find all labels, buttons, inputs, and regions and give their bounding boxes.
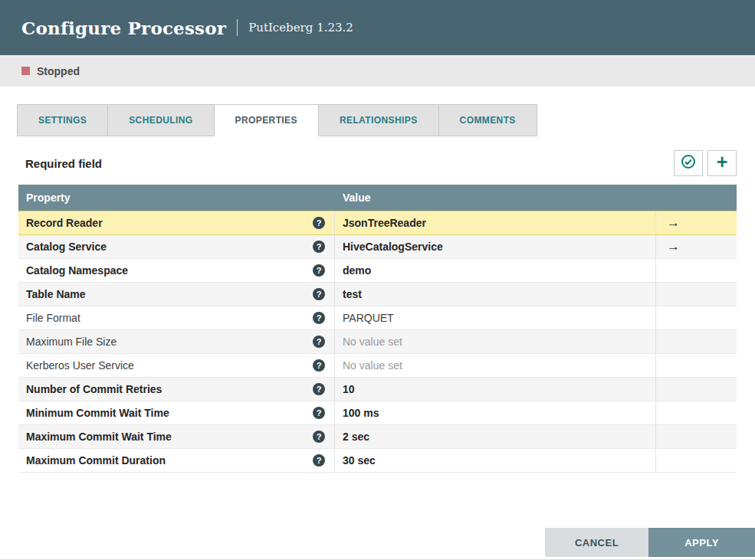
cancel-button[interactable]: CANCEL [545, 528, 648, 557]
table-row[interactable]: Catalog Service? HiveCatalogService → [18, 235, 737, 259]
verify-properties-button[interactable] [674, 150, 703, 176]
tab-settings[interactable]: SETTINGS [17, 104, 108, 136]
tab-comments-label: COMMENTS [460, 115, 516, 126]
status-label: Stopped [37, 65, 80, 77]
property-name: Catalog Service [26, 241, 107, 253]
apply-button[interactable]: APPLY [648, 528, 755, 557]
tab-properties-label: PROPERTIES [235, 115, 297, 126]
property-value: 30 sec [343, 454, 376, 467]
dialog-title: Configure Processor [21, 18, 226, 38]
table-row[interactable]: Minimum Commit Wait Time? 100 ms [18, 401, 737, 425]
help-icon[interactable]: ? [313, 336, 325, 348]
property-value: 10 [343, 383, 355, 395]
property-value: HiveCatalogService [343, 241, 443, 253]
plus-icon: + [717, 152, 728, 172]
column-header-value: Value [335, 185, 656, 211]
help-icon[interactable]: ? [313, 383, 325, 395]
status-bar: Stopped [0, 55, 755, 87]
property-value-cell[interactable]: PARQUET [335, 306, 656, 329]
help-icon[interactable]: ? [313, 431, 325, 443]
table-row[interactable]: Table Name? test [18, 283, 737, 306]
property-name: File Format [26, 312, 80, 324]
tab-properties[interactable]: PROPERTIES [214, 104, 319, 136]
column-header-goto [656, 185, 737, 211]
table-row[interactable]: Maximum Commit Duration? 30 sec [18, 449, 737, 473]
help-icon[interactable]: ? [313, 288, 325, 300]
table-row[interactable]: Record Reader? JsonTreeReader → [18, 211, 737, 235]
property-name: Table Name [26, 288, 86, 300]
table-header-row: Property Value [18, 185, 737, 211]
dialog-footer: CANCEL APPLY [545, 528, 755, 557]
property-name: Maximum Commit Duration [26, 454, 166, 467]
tab-comments[interactable]: COMMENTS [438, 104, 537, 136]
table-row[interactable]: File Format? PARQUET [18, 306, 737, 330]
required-field-label: Required field [25, 157, 102, 170]
property-value: No value set [343, 359, 402, 372]
property-value-cell[interactable]: HiveCatalogService [335, 235, 656, 258]
property-value-cell[interactable]: JsonTreeReader [335, 211, 656, 234]
goto-service-icon[interactable]: → [667, 215, 680, 231]
configure-processor-dialog: Configure Processor PutIceberg 1.23.2 St… [0, 0, 755, 560]
value-column-label: Value [343, 192, 371, 204]
help-icon[interactable]: ? [313, 241, 325, 253]
table-row[interactable]: Number of Commit Retries? 10 [18, 378, 737, 401]
property-value: PARQUET [343, 312, 394, 324]
property-name: Minimum Commit Wait Time [26, 407, 169, 419]
properties-table: Property Value Record Reader? JsonTreeRe… [18, 185, 737, 473]
dialog-header: Configure Processor PutIceberg 1.23.2 [0, 0, 755, 55]
dialog-tabs: SETTINGS SCHEDULING PROPERTIES RELATIONS… [17, 104, 755, 136]
property-name: Catalog Namespace [26, 264, 128, 277]
goto-service-icon[interactable]: → [667, 239, 680, 254]
property-value-cell[interactable]: test [335, 283, 656, 306]
processor-name-version: PutIceberg 1.23.2 [248, 21, 353, 34]
property-value: test [343, 288, 362, 300]
table-row[interactable]: Catalog Namespace? demo [18, 259, 737, 283]
property-value-cell[interactable]: 2 sec [335, 425, 656, 448]
property-value: 2 sec [343, 431, 369, 443]
property-column-label: Property [26, 192, 71, 204]
tab-relationships-label: RELATIONSHIPS [340, 115, 418, 126]
properties-toolbar: Required field + [18, 150, 737, 176]
property-name: Kerberos User Service [26, 359, 134, 372]
property-value-cell[interactable]: No value set [335, 330, 656, 353]
help-icon[interactable]: ? [313, 312, 325, 324]
property-value: 100 ms [343, 407, 379, 419]
property-value-cell[interactable]: 10 [335, 378, 656, 401]
table-row[interactable]: Kerberos User Service? No value set [18, 354, 737, 378]
table-row[interactable]: Maximum Commit Wait Time? 2 sec [18, 425, 737, 449]
tab-scheduling[interactable]: SCHEDULING [107, 104, 214, 136]
property-name: Maximum Commit Wait Time [26, 431, 172, 443]
property-value: demo [343, 264, 371, 277]
help-icon[interactable]: ? [313, 454, 325, 467]
table-row[interactable]: Maximum File Size? No value set [18, 330, 737, 354]
help-icon[interactable]: ? [313, 359, 325, 372]
property-value: JsonTreeReader [343, 217, 426, 229]
title-divider [237, 19, 238, 36]
check-circle-icon [681, 154, 696, 172]
property-name: Maximum File Size [26, 336, 117, 348]
property-value-cell[interactable]: demo [335, 259, 656, 282]
column-header-property: Property [18, 185, 335, 211]
tab-relationships[interactable]: RELATIONSHIPS [318, 104, 439, 136]
property-name: Record Reader [26, 217, 103, 229]
property-name: Number of Commit Retries [26, 383, 162, 395]
toolbar-buttons: + [674, 150, 737, 176]
property-value-cell[interactable]: No value set [335, 354, 656, 377]
help-icon[interactable]: ? [313, 217, 325, 229]
tab-settings-label: SETTINGS [38, 115, 87, 126]
property-value-cell[interactable]: 100 ms [335, 401, 656, 424]
help-icon[interactable]: ? [313, 264, 325, 277]
help-icon[interactable]: ? [313, 407, 325, 419]
stopped-status-icon [21, 67, 30, 75]
property-value-cell[interactable]: 30 sec [335, 449, 656, 472]
tab-scheduling-label: SCHEDULING [129, 115, 192, 126]
property-value: No value set [343, 336, 402, 348]
add-property-button[interactable]: + [707, 150, 737, 176]
